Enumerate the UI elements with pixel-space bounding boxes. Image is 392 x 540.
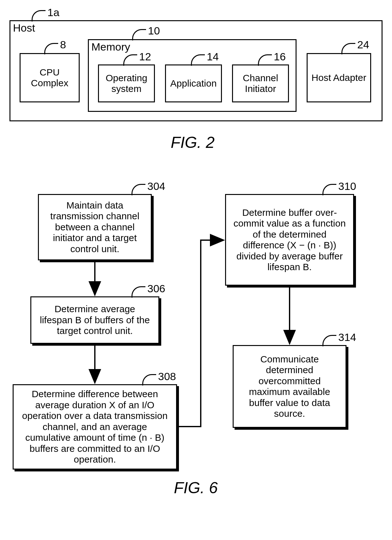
fig6-caption: FIG. 6 bbox=[174, 479, 218, 497]
arrows bbox=[6, 6, 386, 540]
page: Host 1a CPU Complex 8 Memory 10 Operatin… bbox=[6, 6, 386, 537]
